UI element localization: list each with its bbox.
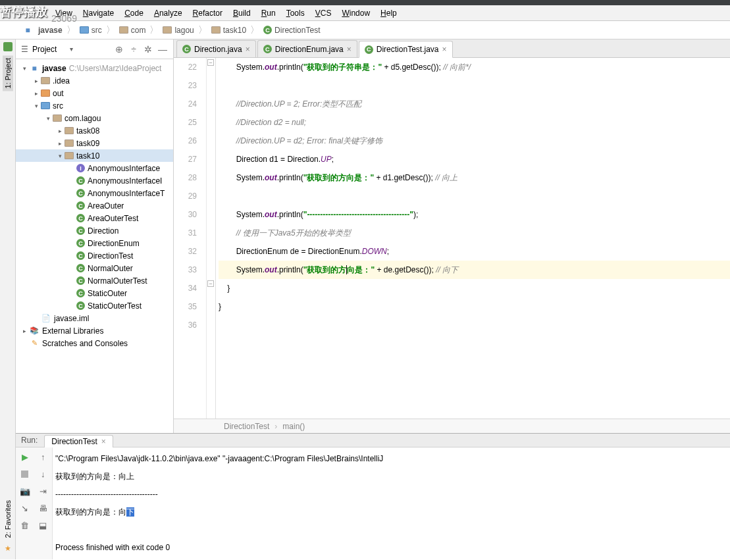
menu-analyze[interactable]: Analyze <box>150 7 186 20</box>
tree-twistie[interactable] <box>20 65 29 72</box>
menu-help[interactable]: Help <box>377 7 401 20</box>
rerun-button[interactable]: ▶ <box>20 451 30 462</box>
tree-node-AreaOuter[interactable]: AreaOuter <box>16 199 173 212</box>
tree-node-javase-iml[interactable]: javase.iml <box>16 312 173 324</box>
dump-button[interactable]: 📷 <box>20 486 30 496</box>
code-line-33[interactable]: System.out.println("获取到的方向是：" + de.getDe… <box>219 261 730 279</box>
breadcrumb-item[interactable]: lagou <box>160 26 196 35</box>
tree-node-task10[interactable]: task10 <box>16 149 173 162</box>
favorites-tool-tab[interactable]: 2: Favorites <box>3 497 13 540</box>
print-button[interactable]: 🖶 <box>38 503 48 513</box>
code-line-32[interactable]: DirectionEnum de = DirectionEnum.DOWN; <box>219 242 730 261</box>
tree-node-DirectionEnum[interactable]: DirectionEnum <box>16 237 173 249</box>
wrap-button[interactable]: ⇥ <box>38 486 48 496</box>
tree-node--idea[interactable]: .idea <box>16 74 173 87</box>
tree-node-src[interactable]: src <box>16 99 173 112</box>
tree-node-StaticOuter[interactable]: StaticOuter <box>16 287 173 299</box>
menu-tools[interactable]: Tools <box>282 7 309 20</box>
project-view-icon[interactable]: ☰ <box>21 45 28 54</box>
crumb-method[interactable]: main() <box>282 422 305 431</box>
tree-node-External-Libraries[interactable]: External Libraries <box>16 324 173 337</box>
code-line-25[interactable]: //Direction d2 = null; <box>219 113 730 132</box>
tree-twistie[interactable] <box>43 115 53 122</box>
code-line-35[interactable]: } <box>219 297 730 316</box>
editor-tab-DirectionEnum[interactable]: DirectionEnum.java× <box>257 40 357 57</box>
code-line-26[interactable]: //Direction.UP = d2; Error: final关键字修饰 <box>219 132 730 150</box>
fold-marker[interactable]: − <box>207 59 214 66</box>
run-config-tab[interactable]: DirectionTest × <box>44 435 113 447</box>
breadcrumb-item[interactable]: com <box>117 26 149 35</box>
tree-node-NormalOuterTest[interactable]: NormalOuterTest <box>16 274 173 287</box>
tree-node-AreaOuterTest[interactable]: AreaOuterTest <box>16 212 173 224</box>
dropdown-icon[interactable]: ▾ <box>70 45 73 53</box>
project-tree[interactable]: javaseC:\Users\Marz\IdeaProject.ideaouts… <box>16 59 173 433</box>
breadcrumb-item[interactable]: DirectionTest <box>261 26 323 35</box>
fold-marker[interactable]: − <box>207 280 214 287</box>
tree-twistie[interactable] <box>20 328 29 334</box>
tree-node-task09[interactable]: task09 <box>16 137 173 149</box>
tree-node-StaticOuterTest[interactable]: StaticOuterTest <box>16 299 173 312</box>
code-line-29[interactable] <box>219 187 730 205</box>
tree-node-out[interactable]: out <box>16 87 173 99</box>
code-line-24[interactable]: //Direction.UP = 2; Error:类型不匹配 <box>219 95 730 113</box>
menu-run[interactable]: Run <box>257 7 280 20</box>
code-line-28[interactable]: System.out.println("获取到的方向是：" + d1.getDe… <box>219 168 730 187</box>
scroll-button[interactable]: ⬓ <box>38 520 48 530</box>
tree-twistie[interactable] <box>32 78 41 84</box>
code-line-23[interactable] <box>219 76 730 95</box>
breadcrumb-item[interactable]: task10 <box>209 26 249 35</box>
code-line-22[interactable]: System.out.println("获取到的子符串是：" + d5.getD… <box>219 58 730 76</box>
delete-button[interactable]: 🗑 <box>20 520 30 530</box>
settings-icon[interactable]: ✲ <box>143 44 153 55</box>
tree-node-AnonymousInterfaceT[interactable]: AnonymousInterfaceT <box>16 187 173 199</box>
tree-node-Direction[interactable]: Direction <box>16 224 173 237</box>
tree-node-task08[interactable]: task08 <box>16 124 173 137</box>
tool-icon[interactable] <box>3 42 13 51</box>
menu-view[interactable]: View <box>51 7 76 20</box>
tree-twistie[interactable] <box>55 140 65 147</box>
project-panel-title[interactable]: Project <box>32 45 66 54</box>
close-icon[interactable]: × <box>101 437 106 446</box>
tree-twistie[interactable] <box>32 103 41 109</box>
close-icon[interactable]: × <box>347 45 352 54</box>
menu-window[interactable]: Window <box>338 7 374 20</box>
close-icon[interactable]: × <box>246 45 250 54</box>
menu-build[interactable]: Build <box>229 7 255 20</box>
collapse-icon[interactable]: ÷ <box>128 44 139 55</box>
console-output[interactable]: "C:\Program Files\Java\jdk-11.0.2\bin\ja… <box>53 447 730 559</box>
star-icon[interactable]: ★ <box>5 544 11 553</box>
code-editor[interactable]: 222324252627282930313233343536 − − Syste… <box>174 58 730 419</box>
breadcrumb-item[interactable]: javase <box>20 25 65 36</box>
tree-twistie[interactable] <box>55 153 65 159</box>
editor-tab-Direction[interactable]: Direction.java× <box>176 40 256 57</box>
menu-navigate[interactable]: Navigate <box>79 7 118 20</box>
stop-button[interactable] <box>20 469 30 479</box>
exit-button[interactable]: ↘ <box>20 503 30 513</box>
tree-twistie[interactable] <box>32 90 41 97</box>
project-tool-tab[interactable]: 1: Project <box>3 55 13 91</box>
code-line-30[interactable]: System.out.println("--------------------… <box>219 205 730 224</box>
hide-icon[interactable]: — <box>157 44 168 55</box>
tree-twistie[interactable] <box>55 128 65 134</box>
tree-node-NormalOuter[interactable]: NormalOuter <box>16 262 173 274</box>
code-line-36[interactable] <box>219 316 730 334</box>
code-line-34[interactable]: } <box>219 279 730 297</box>
code-line-31[interactable]: // 使用一下Java5开始的枚举类型 <box>219 224 730 242</box>
tree-node-Scratches-and-Consoles[interactable]: Scratches and Consoles <box>16 337 173 349</box>
tree-node-AnonymousInterfaceI[interactable]: AnonymousInterfaceI <box>16 174 173 187</box>
fold-column[interactable]: − − <box>207 58 216 419</box>
locate-icon[interactable]: ⊕ <box>114 44 124 55</box>
editor-tab-DirectionTest[interactable]: DirectionTest.java× <box>359 41 453 58</box>
menu-code[interactable]: Code <box>120 7 147 20</box>
down-button[interactable]: ↓ <box>38 469 48 479</box>
close-icon[interactable]: × <box>442 45 447 54</box>
tree-node-javase[interactable]: javaseC:\Users\Marz\IdeaProject <box>16 62 173 74</box>
tree-node-AnonymousInterface[interactable]: AnonymousInterface <box>16 162 173 174</box>
tree-node-DirectionTest[interactable]: DirectionTest <box>16 249 173 262</box>
menu-refactor[interactable]: Refactor <box>189 7 226 20</box>
breadcrumb-item[interactable]: src <box>77 26 105 35</box>
crumb-class[interactable]: DirectionTest <box>224 422 269 431</box>
up-button[interactable]: ↑ <box>38 451 48 462</box>
tree-node-com-lagou[interactable]: com.lagou <box>16 112 173 124</box>
code-line-27[interactable]: Direction d1 = Direction.UP; <box>219 150 730 168</box>
